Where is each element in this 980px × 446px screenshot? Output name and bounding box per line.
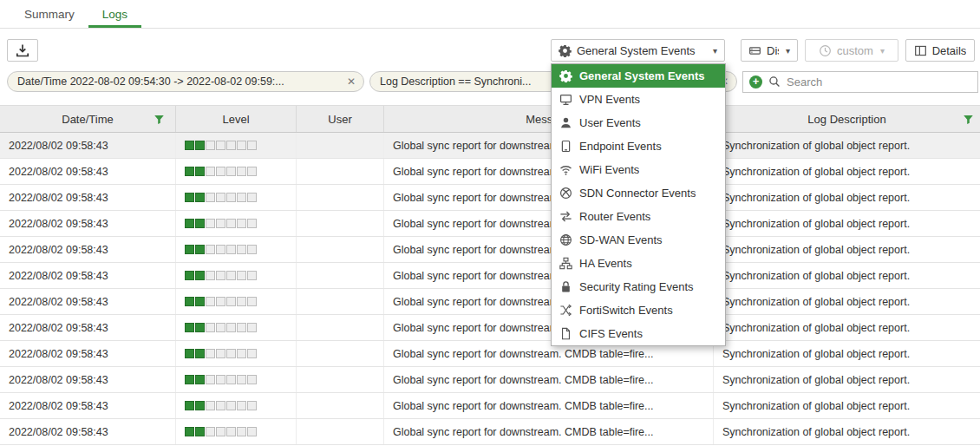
table-row[interactable]: 2022/08/02 09:58:43 Global sync report f…	[0, 263, 980, 289]
event-type-dropdown-button[interactable]: General System Events ▾ General System E…	[551, 39, 725, 62]
cell-level	[176, 237, 297, 262]
event-menu-item[interactable]: CIFS Events	[552, 322, 725, 345]
level-indicator	[185, 375, 257, 384]
col-header-user[interactable]: User	[297, 106, 384, 132]
level-indicator	[185, 167, 257, 176]
caret-down-icon: ▾	[880, 46, 885, 56]
filter-pill-text: Log Description == Synchroni...	[380, 75, 531, 88]
user-icon	[559, 116, 572, 129]
tab-summary[interactable]: Summary	[10, 2, 88, 28]
custom-time-button-label: custom	[837, 44, 873, 57]
details-icon	[914, 44, 927, 57]
filter-pill-datetime[interactable]: Date/Time 2022-08-02 09:54:30 -> 2022-08…	[7, 71, 364, 92]
event-menu-item-label: General System Events	[579, 69, 705, 82]
event-menu-item[interactable]: HA Events	[552, 252, 725, 275]
col-header-label: User	[328, 113, 351, 126]
switch-icon	[559, 304, 572, 317]
level-square	[216, 297, 225, 306]
table-row[interactable]: 2022/08/02 09:58:43 Global sync report f…	[0, 133, 980, 159]
level-square	[216, 375, 225, 384]
ha-icon	[559, 257, 572, 270]
table-row[interactable]: 2022/08/02 09:58:43 Global sync report f…	[0, 419, 980, 445]
table-row[interactable]: 2022/08/02 09:58:43 Global sync report f…	[0, 185, 980, 211]
disk-icon	[748, 44, 761, 57]
level-square	[247, 245, 257, 254]
col-header-label: Log Description	[807, 113, 885, 126]
level-square	[226, 401, 236, 410]
table-row[interactable]: 2022/08/02 09:58:43 Global sync report f…	[0, 367, 980, 393]
level-square	[247, 141, 257, 150]
cell-datetime: 2022/08/02 09:58:43	[0, 133, 176, 158]
level-indicator	[185, 427, 257, 436]
table-row[interactable]: 2022/08/02 09:58:43 Global sync report f…	[0, 289, 980, 315]
search-input[interactable]	[787, 75, 971, 89]
level-square	[185, 141, 194, 150]
table-row[interactable]: 2022/08/02 09:58:43 Global sync report f…	[0, 341, 980, 367]
table-row[interactable]: 2022/08/02 09:58:43 Global sync report f…	[0, 211, 980, 237]
cell-datetime: 2022/08/02 09:58:43	[0, 315, 176, 340]
search-box: +	[742, 71, 978, 93]
event-menu-item[interactable]: WiFi Events	[552, 158, 725, 181]
level-square	[226, 193, 236, 202]
details-button-label: Details	[932, 44, 967, 57]
col-header-label: Date/Time	[62, 113, 113, 126]
level-indicator	[185, 193, 257, 202]
level-square	[185, 375, 194, 384]
download-button[interactable]	[7, 39, 38, 62]
tab-logs[interactable]: Logs	[88, 2, 141, 28]
gear-icon	[559, 69, 572, 82]
cell-level	[176, 133, 297, 158]
event-menu-item[interactable]: User Events	[552, 111, 725, 134]
col-header-log-description[interactable]: Log Description	[714, 106, 980, 132]
level-square	[237, 219, 246, 228]
table-row[interactable]: 2022/08/02 09:58:43 Global sync report f…	[0, 237, 980, 263]
close-icon[interactable]: ✕	[340, 75, 356, 88]
filter-icon[interactable]	[154, 114, 165, 125]
event-menu-item[interactable]: SDN Connector Events	[552, 181, 725, 205]
event-menu-item[interactable]: SD-WAN Events	[552, 228, 725, 252]
log-table-body: 2022/08/02 09:58:43 Global sync report f…	[0, 133, 980, 445]
event-menu-item[interactable]: Endpoint Events	[552, 134, 725, 158]
tab-bar: Summary Logs	[0, 0, 980, 29]
sdn-connector-icon	[559, 187, 572, 200]
level-square	[185, 401, 194, 410]
table-row[interactable]: 2022/08/02 09:58:43 Global sync report f…	[0, 315, 980, 341]
level-indicator	[185, 349, 257, 358]
cell-log-description: Synchronization of global object report.	[714, 315, 980, 340]
level-square	[206, 141, 215, 150]
event-menu-item[interactable]: Router Events	[552, 205, 725, 228]
cell-level	[176, 159, 297, 184]
event-menu-item[interactable]: FortiSwitch Events	[552, 298, 725, 322]
filter-icon[interactable]	[963, 114, 974, 125]
event-menu-item[interactable]: General System Events	[552, 64, 725, 88]
log-table: Date/Time Level User Message Log Descrip…	[0, 105, 980, 445]
table-row[interactable]: 2022/08/02 09:58:43 Global sync report f…	[0, 393, 980, 419]
col-header-datetime[interactable]: Date/Time	[0, 106, 176, 132]
wifi-icon	[559, 163, 572, 176]
level-square	[206, 349, 215, 358]
level-indicator	[185, 323, 257, 332]
cell-log-description: Synchronization of global object report.	[714, 185, 980, 210]
cell-log-description: Synchronization of global object report.	[714, 133, 980, 158]
event-menu-item-label: User Events	[579, 116, 641, 129]
table-row[interactable]: 2022/08/02 09:58:43 Global sync report f…	[0, 159, 980, 185]
level-square	[237, 297, 246, 306]
custom-time-dropdown-button[interactable]: custom ▾	[805, 39, 898, 62]
cell-datetime: 2022/08/02 09:58:43	[0, 237, 176, 262]
disk-dropdown-button[interactable]: Disk ▾	[741, 39, 798, 62]
level-square	[226, 349, 236, 358]
add-filter-icon[interactable]: +	[749, 75, 762, 89]
level-square	[247, 427, 257, 436]
level-square	[226, 323, 236, 332]
event-menu-item-label: VPN Events	[579, 93, 640, 106]
event-menu-item[interactable]: VPN Events	[552, 88, 725, 111]
level-square	[216, 193, 225, 202]
event-menu-item[interactable]: Security Rating Events	[552, 275, 725, 298]
level-square	[226, 297, 236, 306]
level-square	[226, 219, 236, 228]
details-button[interactable]: Details	[905, 39, 975, 62]
cell-user	[297, 393, 384, 418]
cell-user	[297, 237, 384, 262]
level-square	[216, 271, 225, 280]
col-header-level[interactable]: Level	[176, 106, 297, 132]
